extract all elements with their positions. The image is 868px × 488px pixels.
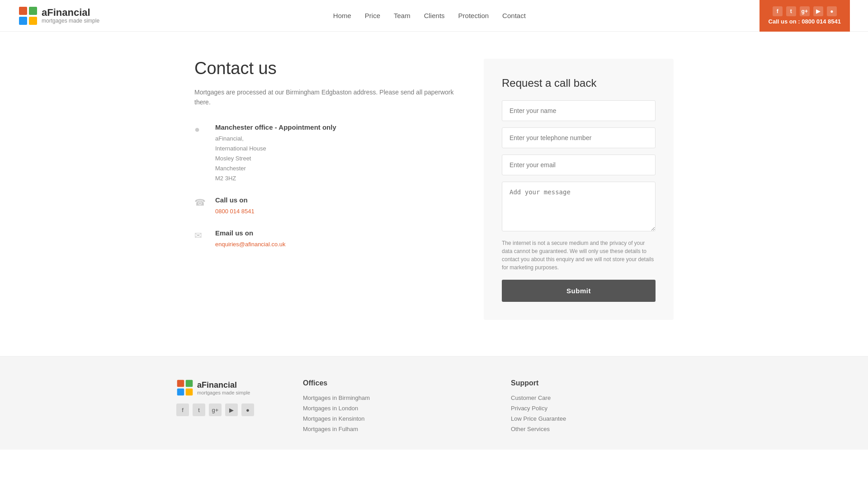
- svg-rect-3: [29, 17, 37, 25]
- phone-icon: ☎: [194, 196, 207, 216]
- svg-rect-7: [186, 389, 193, 396]
- nav-protection[interactable]: Protection: [458, 12, 489, 19]
- twitter-icon[interactable]: t: [786, 6, 796, 16]
- svg-rect-4: [177, 380, 184, 387]
- footer-social-icons: f t g+ ▶ ●: [176, 404, 276, 416]
- nav-team[interactable]: Team: [394, 12, 410, 19]
- form-disclaimer: The internet is not a secure medium and …: [502, 239, 656, 272]
- svg-rect-0: [19, 7, 27, 15]
- footer-facebook-icon[interactable]: f: [176, 404, 189, 416]
- youtube-icon[interactable]: ▶: [813, 6, 823, 16]
- email-title: Email us on: [215, 229, 286, 237]
- svg-rect-5: [186, 380, 193, 387]
- footer-support-link-3[interactable]: Other Services: [511, 426, 692, 432]
- email-input[interactable]: [502, 155, 656, 175]
- submit-button[interactable]: Submit: [502, 280, 656, 302]
- nav-contact[interactable]: Contact: [502, 12, 526, 19]
- main-content: Contact us Mortgages are processed at ou…: [176, 32, 692, 356]
- office-info: ● Manchester office - Appointment only a…: [194, 123, 457, 183]
- envelope-icon: ✉: [194, 229, 207, 249]
- footer-logo-col: aFinancial mortgages made simple f t g+ …: [176, 379, 276, 416]
- footer-offices-link-2[interactable]: Mortgages in Kensinton: [303, 415, 484, 422]
- logo[interactable]: aFinancial mortgages made simple: [18, 6, 99, 26]
- footer-support-link-2[interactable]: Low Price Guarantee: [511, 415, 692, 422]
- footer-offices-link-1[interactable]: Mortgages in London: [303, 405, 484, 412]
- email-address: enquiries@afinancial.co.uk: [215, 239, 286, 249]
- svg-rect-2: [19, 17, 27, 25]
- logo-text: aFinancial mortgages made simple: [42, 7, 99, 24]
- nav-price[interactable]: Price: [365, 12, 380, 19]
- page-title: Contact us: [194, 59, 457, 78]
- footer-youtube-icon[interactable]: ▶: [225, 404, 238, 416]
- footer-support-title: Support: [511, 379, 692, 387]
- nav-clients[interactable]: Clients: [424, 12, 445, 19]
- footer-offices-col: Offices Mortgages in Birmingham Mortgage…: [303, 379, 484, 436]
- footer-logo-icon: [176, 379, 193, 396]
- main-nav: Home Price Team Clients Protection Conta…: [333, 12, 526, 19]
- call-button[interactable]: f t g+ ▶ ● Call us on : 0800 014 8541: [760, 0, 850, 32]
- instagram-icon[interactable]: ●: [827, 6, 837, 16]
- office-line-1: International House: [215, 145, 266, 152]
- footer-instagram-icon[interactable]: ●: [241, 404, 254, 416]
- email-link[interactable]: enquiries@afinancial.co.uk: [215, 241, 286, 248]
- office-line-4: M2 3HZ: [215, 175, 236, 182]
- left-panel: Contact us Mortgages are processed at ou…: [194, 59, 457, 262]
- nav-home[interactable]: Home: [333, 12, 351, 19]
- call-number: 0800 014 8541: [215, 206, 255, 216]
- page-subtitle: Mortgages are processed at our Birmingha…: [194, 87, 457, 108]
- call-title: Call us on: [215, 196, 255, 204]
- call-number-link[interactable]: 0800 014 8541: [215, 208, 255, 215]
- footer: aFinancial mortgages made simple f t g+ …: [0, 356, 868, 450]
- footer-twitter-icon[interactable]: t: [193, 404, 205, 416]
- facebook-icon[interactable]: f: [773, 6, 783, 16]
- office-line-2: Mosley Street: [215, 155, 251, 162]
- contact-form-panel: Request a call back The internet is not …: [484, 59, 674, 320]
- phone-input[interactable]: [502, 127, 656, 148]
- logo-icon: [18, 6, 38, 26]
- call-info: ☎ Call us on 0800 014 8541: [194, 196, 457, 216]
- footer-offices-title: Offices: [303, 379, 484, 387]
- call-label: Call us on : 0800 014 8541: [769, 18, 841, 25]
- footer-support-link-0[interactable]: Customer Care: [511, 394, 692, 401]
- footer-logo-text: aFinancial mortgages made simple: [197, 380, 250, 395]
- office-address: aFinancial, International House Mosley S…: [215, 134, 336, 183]
- footer-support-link-1[interactable]: Privacy Policy: [511, 405, 692, 412]
- googleplus-icon[interactable]: g+: [800, 6, 810, 16]
- office-line-0: aFinancial,: [215, 135, 244, 142]
- footer-offices-link-3[interactable]: Mortgages in Fulham: [303, 426, 484, 432]
- footer-logo[interactable]: aFinancial mortgages made simple: [176, 379, 276, 396]
- footer-googleplus-icon[interactable]: g+: [209, 404, 222, 416]
- footer-support-col: Support Customer Care Privacy Policy Low…: [511, 379, 692, 436]
- svg-rect-6: [177, 389, 184, 396]
- footer-inner: aFinancial mortgages made simple f t g+ …: [176, 379, 692, 436]
- svg-rect-1: [29, 7, 37, 15]
- email-info: ✉ Email us on enquiries@afinancial.co.uk: [194, 229, 457, 249]
- message-input[interactable]: [502, 182, 656, 231]
- header-social-icons: f t g+ ▶ ●: [773, 6, 837, 16]
- header: aFinancial mortgages made simple Home Pr…: [0, 0, 868, 32]
- footer-offices-link-0[interactable]: Mortgages in Birmingham: [303, 394, 484, 401]
- location-icon: ●: [194, 123, 207, 183]
- name-input[interactable]: [502, 100, 656, 121]
- form-title: Request a call back: [502, 77, 656, 89]
- office-title: Manchester office - Appointment only: [215, 123, 336, 131]
- office-line-3: Manchester: [215, 165, 246, 172]
